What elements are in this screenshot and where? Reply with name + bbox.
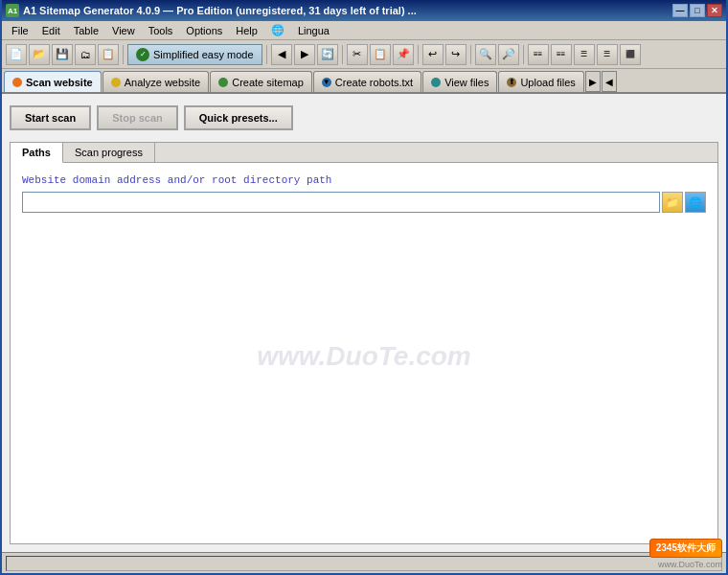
toolbar-sep-4 <box>418 45 419 64</box>
title-bar: A1 A1 Sitemap Generator 4.0.9 — Pro Edit… <box>2 0 726 21</box>
menu-options[interactable]: Options <box>180 22 228 39</box>
toolbar-cut-btn[interactable]: ✂ <box>347 44 368 65</box>
inner-tab-paths[interactable]: Paths <box>11 143 63 163</box>
quick-presets-button[interactable]: Quick presets... <box>184 105 293 130</box>
tab-view-files[interactable]: View files <box>422 71 497 92</box>
toolbar-save-btn[interactable]: 💾 <box>52 44 73 65</box>
toolbar-fwd-btn[interactable]: ▶ <box>294 44 315 65</box>
toolbar-back-btn[interactable]: ◀ <box>271 44 292 65</box>
minimize-button[interactable]: — <box>672 4 688 17</box>
logo-badge-text: 2345软件大师 <box>656 542 716 553</box>
tab-dot-robots: ▼ <box>322 78 331 87</box>
tab-dot-sitemap <box>218 78 228 87</box>
globe-icon: 🌐 <box>689 196 702 209</box>
main-content-area: Start scan Stop scan Quick presets... Pa… <box>2 94 726 552</box>
status-panel <box>6 556 722 571</box>
content-panel: Paths Scan progress Website domain addre… <box>10 142 718 544</box>
watermark: www.DuoTe.com <box>257 341 471 372</box>
toolbar-extra2[interactable]: ≡≡ <box>551 44 572 65</box>
tab-dot-view <box>431 78 441 87</box>
toolbar-btn5[interactable]: 📋 <box>98 44 119 65</box>
stop-scan-button: Stop scan <box>97 105 178 130</box>
tab-scroll-right[interactable]: ▶ <box>585 71 601 92</box>
toolbar: 📄 📂 💾 🗂 📋 ✓ Simplified easy mode ◀ ▶ 🔄 ✂… <box>2 40 726 69</box>
url-globe-button[interactable]: 🌐 <box>685 192 706 213</box>
toolbar-paste-btn[interactable]: 📌 <box>393 44 414 65</box>
simplified-mode-button[interactable]: ✓ Simplified easy mode <box>127 44 262 65</box>
toolbar-sep-5 <box>470 45 471 64</box>
bottom-logo: 2345软件大师 www.DuoTe.com <box>649 539 722 569</box>
toolbar-sep-1 <box>123 45 124 64</box>
tab-upload-files[interactable]: ⬆ Upload files <box>498 71 583 92</box>
toolbar-undo-btn[interactable]: ↩ <box>422 44 444 65</box>
tab-create-robots[interactable]: ▼ Create robots.txt <box>313 71 421 92</box>
folder-icon: 📁 <box>666 196 679 209</box>
close-button[interactable]: ✕ <box>707 4 722 17</box>
start-scan-button[interactable]: Start scan <box>10 105 91 130</box>
tab-view-label: View files <box>444 77 489 88</box>
toolbar-extra3[interactable]: ☰ <box>574 44 595 65</box>
title-bar-content: A1 A1 Sitemap Generator 4.0.9 — Pro Edit… <box>6 4 417 17</box>
menu-help[interactable]: Help <box>230 22 263 39</box>
toolbar-sep-2 <box>266 45 267 64</box>
tab-create-sitemap[interactable]: Create sitemap <box>210 71 312 92</box>
menu-lingua[interactable]: Lingua <box>292 22 335 39</box>
tab-robots-label: Create robots.txt <box>335 77 413 88</box>
tab-upload-label: Upload files <box>520 77 575 88</box>
toolbar-zoom-btn[interactable]: 🔎 <box>498 44 519 65</box>
menu-flag[interactable]: 🌐 <box>265 22 290 39</box>
toolbar-sep-3 <box>342 45 343 64</box>
mode-icon: ✓ <box>136 48 149 61</box>
mode-label: Simplified easy mode <box>153 49 254 60</box>
tab-dot-upload: ⬆ <box>507 78 516 87</box>
toolbar-extra4[interactable]: ☰ <box>597 44 618 65</box>
tab-analyze-label: Analyze website <box>125 77 201 88</box>
paths-content: Website domain address and/or root direc… <box>11 163 717 543</box>
tab-analyze-website[interactable]: Analyze website <box>102 71 210 92</box>
menu-edit[interactable]: Edit <box>36 22 66 39</box>
maximize-button[interactable]: □ <box>690 4 705 17</box>
tab-sitemap-label: Create sitemap <box>232 77 304 88</box>
inner-tab-scan-progress[interactable]: Scan progress <box>63 143 155 162</box>
menu-table[interactable]: Table <box>68 22 104 39</box>
inner-tab-bar: Paths Scan progress <box>11 143 717 163</box>
menu-view[interactable]: View <box>106 22 141 39</box>
tab-dot-scan <box>12 78 22 87</box>
toolbar-redo-btn[interactable]: ↪ <box>445 44 466 65</box>
title-bar-buttons: — □ ✕ <box>672 4 722 17</box>
menu-bar: File Edit Table View Tools Options Help … <box>2 21 726 40</box>
main-tab-bar: Scan website Analyze website Create site… <box>2 69 726 94</box>
logo-badge: 2345软件大师 <box>649 539 722 558</box>
toolbar-extra5[interactable]: ⬛ <box>620 44 641 65</box>
logo-sub-text: www.DuoTe.com <box>658 560 722 569</box>
main-window: A1 A1 Sitemap Generator 4.0.9 — Pro Edit… <box>0 0 728 575</box>
menu-file[interactable]: File <box>6 22 34 39</box>
tab-scan-label: Scan website <box>26 77 93 88</box>
toolbar-search-btn[interactable]: 🔍 <box>475 44 496 65</box>
toolbar-refresh-btn[interactable]: 🔄 <box>317 44 338 65</box>
status-bar <box>2 552 726 573</box>
tab-scroll-left[interactable]: ◀ <box>602 71 617 92</box>
app-icon: A1 <box>6 4 19 17</box>
folder-browse-button[interactable]: 📁 <box>662 192 683 213</box>
tab-dot-analyze <box>111 78 121 87</box>
toolbar-extra1[interactable]: ≡≡ <box>528 44 549 65</box>
action-bar: Start scan Stop scan Quick presets... <box>10 102 718 134</box>
menu-tools[interactable]: Tools <box>143 22 179 39</box>
url-input-row: 📁 🌐 <box>22 192 706 213</box>
toolbar-copy-btn[interactable]: 📋 <box>370 44 391 65</box>
toolbar-new-btn[interactable]: 📄 <box>6 44 27 65</box>
window-title: A1 Sitemap Generator 4.0.9 — Pro Edition… <box>23 5 417 16</box>
toolbar-sep-6 <box>523 45 524 64</box>
paths-label: Website domain address and/or root direc… <box>22 174 706 186</box>
toolbar-open-btn[interactable]: 📂 <box>29 44 50 65</box>
tab-scan-website[interactable]: Scan website <box>4 71 102 92</box>
toolbar-btn4[interactable]: 🗂 <box>75 44 96 65</box>
url-input[interactable] <box>22 192 660 213</box>
